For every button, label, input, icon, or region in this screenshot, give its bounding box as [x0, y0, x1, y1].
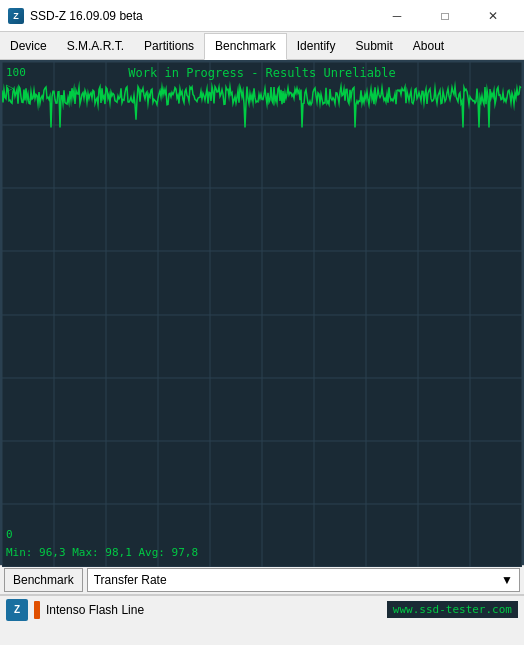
status-bar: Z Intenso Flash Line www.ssd-tester.com — [0, 595, 524, 623]
title-bar: Z SSD-Z 16.09.09 beta ─ □ ✕ — [0, 0, 524, 32]
window-title: SSD-Z 16.09.09 beta — [30, 9, 374, 23]
transfer-rate-dropdown[interactable]: Transfer Rate ▼ — [87, 568, 520, 592]
minimize-button[interactable]: ─ — [374, 0, 420, 32]
app-icon: Z — [8, 8, 24, 24]
window-controls: ─ □ ✕ — [374, 0, 516, 32]
menu-item-submit[interactable]: Submit — [345, 32, 402, 59]
menu-item-partitions[interactable]: Partitions — [134, 32, 204, 59]
menu-bar: Device S.M.A.R.T. Partitions Benchmark I… — [0, 32, 524, 60]
chart-label-min: 0 — [6, 528, 13, 541]
chart-status-text: Work in Progress - Results Unreliable — [2, 66, 522, 80]
maximize-button[interactable]: □ — [422, 0, 468, 32]
drive-indicator — [34, 601, 40, 619]
benchmark-button[interactable]: Benchmark — [4, 568, 83, 592]
menu-item-identify[interactable]: Identify — [287, 32, 346, 59]
dropdown-arrow-icon: ▼ — [501, 573, 513, 587]
menu-item-about[interactable]: About — [403, 32, 454, 59]
website-label: www.ssd-tester.com — [387, 601, 518, 618]
chart-stats: Min: 96,3 Max: 98,1 Avg: 97,8 — [6, 546, 198, 559]
drive-name: Intenso Flash Line — [46, 603, 381, 617]
play-icon: ▷ — [6, 82, 14, 93]
bottom-bar: Benchmark Transfer Rate ▼ — [0, 565, 524, 595]
chart-container: 100 Work in Progress - Results Unreliabl… — [0, 60, 524, 565]
menu-item-device[interactable]: Device — [0, 32, 57, 59]
app-status-icon: Z — [6, 599, 28, 621]
menu-item-benchmark[interactable]: Benchmark — [204, 33, 287, 60]
close-button[interactable]: ✕ — [470, 0, 516, 32]
dropdown-label: Transfer Rate — [94, 573, 167, 587]
menu-item-smart[interactable]: S.M.A.R.T. — [57, 32, 134, 59]
